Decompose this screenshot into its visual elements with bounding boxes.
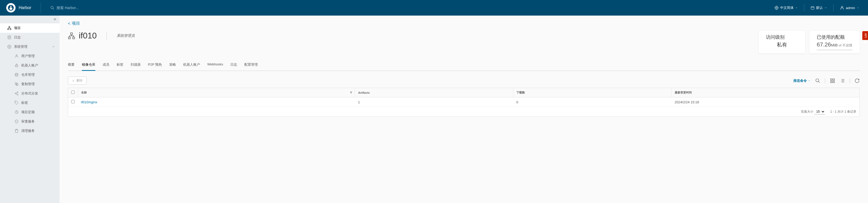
svg-rect-26 bbox=[16, 84, 18, 86]
globe-icon bbox=[774, 6, 779, 10]
language-label: 中文简体 bbox=[780, 5, 794, 10]
svg-rect-1 bbox=[10, 6, 11, 8]
tab[interactable]: 成员 bbox=[103, 60, 109, 71]
tab[interactable]: Webhooks bbox=[207, 60, 223, 71]
svg-rect-44 bbox=[833, 81, 835, 82]
sidebar-item-robot[interactable]: 机器人账户 bbox=[0, 61, 60, 70]
tab[interactable]: 概要 bbox=[68, 60, 74, 71]
sidebar-item-gear[interactable]: 系统管理 bbox=[0, 42, 60, 51]
project-title-wrap: if010 系统管理员 bbox=[68, 31, 135, 41]
quota-card-title: 已使用的配额 bbox=[817, 34, 852, 40]
header-left: Harbor bbox=[6, 3, 134, 13]
refresh-button[interactable] bbox=[855, 78, 860, 83]
row-checkbox[interactable] bbox=[71, 100, 74, 103]
tab[interactable]: 策略 bbox=[169, 60, 176, 71]
svg-rect-41 bbox=[831, 79, 832, 80]
logo-wrap[interactable]: Harbor bbox=[6, 3, 31, 12]
sidebar-item-label: 标签 bbox=[21, 100, 28, 105]
page-size-label: 页面大小 bbox=[801, 110, 813, 113]
theme-selector[interactable]: 默认 bbox=[808, 4, 830, 12]
sidebar-item-repo[interactable]: 仓库管理 bbox=[0, 70, 60, 79]
language-selector[interactable]: 中文简体 bbox=[772, 4, 800, 12]
sidebar-item-tag[interactable]: 标签 bbox=[0, 98, 60, 107]
sidebar-item-logs[interactable]: 日志 bbox=[0, 33, 60, 42]
close-icon bbox=[72, 79, 75, 82]
sidebar-collapse-button[interactable] bbox=[53, 17, 57, 21]
breadcrumb-back[interactable]: < 项目 bbox=[68, 21, 860, 26]
svg-point-32 bbox=[16, 102, 16, 102]
filter-icon[interactable] bbox=[349, 91, 353, 94]
svg-rect-42 bbox=[833, 79, 835, 80]
list-view-button[interactable] bbox=[840, 78, 845, 83]
user-icon bbox=[14, 54, 19, 58]
column-name[interactable]: 名称 bbox=[78, 88, 355, 97]
delete-button[interactable]: 删除 bbox=[68, 77, 87, 85]
column-pulls[interactable]: 下载数 bbox=[513, 88, 672, 97]
tab[interactable]: 配置管理 bbox=[244, 60, 258, 71]
main-content: < 项目 if010 系统管理员 访问级别 私有 已使用的配额 bbox=[60, 16, 868, 203]
access-card-value: 私有 bbox=[766, 41, 798, 48]
tab[interactable]: 扫描器 bbox=[131, 60, 141, 71]
sidebar-item-label: 审查服务 bbox=[21, 119, 35, 124]
sidebar-item-label: 清理服务 bbox=[21, 128, 35, 133]
cell-updated: 2024/2/24 15:18 bbox=[672, 97, 860, 107]
tab[interactable]: 标签 bbox=[117, 60, 123, 71]
select-all-header bbox=[68, 88, 78, 97]
tab[interactable]: 镜像仓库 bbox=[82, 60, 95, 71]
column-updated[interactable]: 最新变更时间 bbox=[672, 88, 860, 97]
svg-point-29 bbox=[17, 94, 18, 95]
top-header: Harbor 中文简体 默认 bbox=[0, 0, 868, 16]
tab[interactable]: 机器人账户 bbox=[183, 60, 200, 71]
body-wrap: 项目日志系统管理用户管理机器人账户仓库管理复制管理分布式分发标签项目定额审查服务… bbox=[0, 16, 868, 203]
api-explorer-tab[interactable]: API控制中心 bbox=[862, 31, 868, 40]
svg-point-21 bbox=[17, 66, 17, 66]
projects-icon bbox=[7, 26, 11, 30]
tab[interactable]: P2P 预热 bbox=[148, 60, 162, 71]
tab[interactable]: 日志 bbox=[230, 60, 237, 71]
search-input[interactable] bbox=[57, 6, 134, 10]
project-icon bbox=[68, 32, 75, 40]
page-size-select[interactable]: 15 bbox=[814, 109, 825, 115]
sidebar-item-cleanup[interactable]: 清理服务 bbox=[0, 126, 60, 135]
role-divider bbox=[106, 32, 107, 40]
logs-icon bbox=[7, 35, 11, 40]
page-size-control: 页面大小 15 bbox=[801, 109, 825, 115]
svg-line-31 bbox=[16, 94, 18, 95]
global-search[interactable] bbox=[50, 6, 134, 10]
toolbar-separator bbox=[825, 78, 825, 83]
sidebar: 项目日志系统管理用户管理机器人账户仓库管理复制管理分布式分发标签项目定额审查服务… bbox=[0, 16, 60, 203]
chevron-down-icon bbox=[857, 6, 859, 9]
header-separator bbox=[804, 4, 804, 11]
sidebar-item-user[interactable]: 用户管理 bbox=[0, 51, 60, 61]
quota-card-value: 67.26MiB of 不设限 bbox=[817, 41, 852, 48]
sidebar-item-quota[interactable]: 项目定额 bbox=[0, 107, 60, 117]
user-menu[interactable]: admin bbox=[837, 4, 862, 12]
repo-icon bbox=[14, 73, 19, 77]
repo-toolbar: 删除 推送命令 bbox=[68, 77, 860, 85]
harbor-logo-icon bbox=[6, 3, 16, 12]
svg-rect-12 bbox=[10, 29, 11, 30]
project-header: if010 系统管理员 访问级别 私有 已使用的配额 67.26MiB of 不… bbox=[68, 31, 860, 53]
header-right: 中文简体 默认 admin bbox=[772, 4, 862, 12]
sidebar-item-replication[interactable]: 复制管理 bbox=[0, 79, 60, 89]
repo-link[interactable]: if010/nginx bbox=[81, 100, 97, 104]
sidebar-item-label: 仓库管理 bbox=[21, 72, 35, 77]
svg-rect-25 bbox=[15, 83, 17, 85]
svg-point-17 bbox=[9, 46, 10, 47]
quota-card: 已使用的配额 67.26MiB of 不设限 bbox=[809, 31, 860, 53]
chevron-down-icon bbox=[795, 6, 798, 9]
quota-value-number: 67.26 bbox=[817, 41, 831, 48]
toolbar-right: 推送命令 bbox=[794, 78, 860, 83]
select-all-checkbox[interactable] bbox=[71, 91, 74, 94]
sidebar-item-distribution[interactable]: 分布式分发 bbox=[0, 89, 60, 98]
sidebar-nav: 项目日志系统管理用户管理机器人账户仓库管理复制管理分布式分发标签项目定额审查服务… bbox=[0, 16, 60, 135]
card-view-button[interactable] bbox=[830, 78, 835, 83]
table-footer: 页面大小 15 1 - 1 共计 1 条记录 bbox=[68, 107, 860, 117]
svg-rect-34 bbox=[71, 33, 72, 34]
svg-line-3 bbox=[53, 8, 54, 9]
filter-search-button[interactable] bbox=[815, 78, 820, 83]
sidebar-item-projects[interactable]: 项目 bbox=[0, 23, 60, 33]
column-artifacts[interactable]: Artifacts bbox=[355, 88, 513, 97]
push-command-button[interactable]: 推送命令 bbox=[794, 78, 810, 83]
sidebar-item-audit[interactable]: 审查服务 bbox=[0, 117, 60, 126]
